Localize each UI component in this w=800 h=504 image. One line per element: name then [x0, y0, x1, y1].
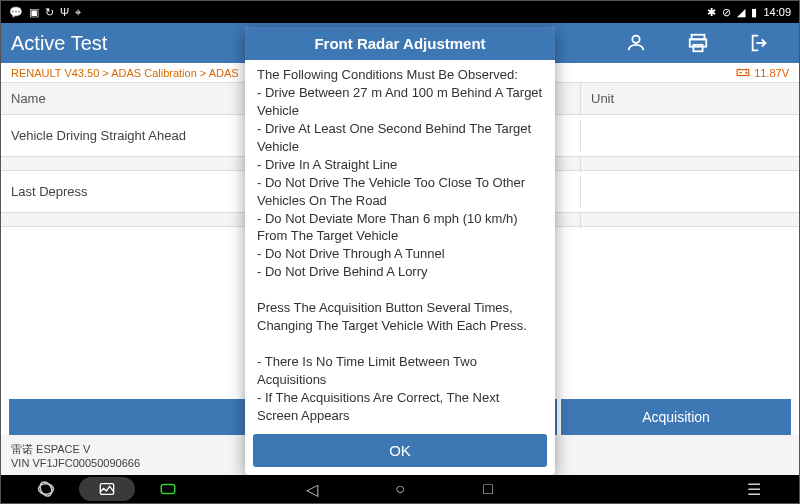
modal-dialog: Front Radar Adjustment The Following Con… [245, 27, 555, 475]
modal-body: The Following Conditions Must Be Observe… [245, 60, 555, 428]
modal-overlay: Front Radar Adjustment The Following Con… [1, 1, 799, 503]
ok-button[interactable]: OK [253, 434, 547, 467]
modal-title: Front Radar Adjustment [245, 27, 555, 60]
